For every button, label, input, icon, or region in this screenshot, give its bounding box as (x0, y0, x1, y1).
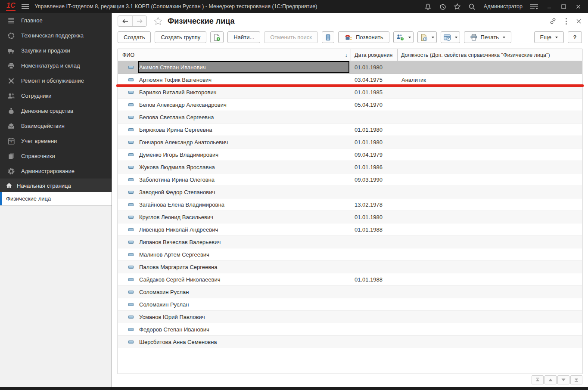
go-down-button[interactable] (557, 375, 569, 384)
main-menu-burger-icon[interactable] (20, 1, 31, 12)
people-add-icon (396, 34, 404, 41)
table-row[interactable]: Гончаров Александр Анатольевич01.01.1980 (118, 136, 582, 149)
sidebar-item-label: Ремонт и обслуживание (21, 77, 84, 84)
minimize-button[interactable] (542, 1, 555, 12)
page-header: Физические лица (112, 13, 588, 29)
sidebar-item-label: Сотрудники (21, 93, 51, 99)
forward-button[interactable] (132, 16, 146, 26)
more-dots-icon[interactable] (565, 18, 567, 25)
history-icon[interactable] (436, 1, 449, 12)
chevron-down-icon (408, 37, 411, 38)
table-row[interactable]: Думенко Игорь Владимирович09.04.1979 (118, 149, 582, 161)
person-name: Липанов Вячеслав Валерьевич (138, 236, 351, 248)
sidebar-item[interactable]: Взаимодействия (0, 118, 112, 133)
person-item-icon (128, 340, 134, 344)
people-add-dropdown-button[interactable] (393, 31, 414, 43)
sidebar-item[interactable]: Сотрудники (0, 88, 112, 103)
more-button[interactable]: Еще (534, 31, 564, 43)
close-window-button[interactable] (572, 1, 585, 12)
go-top-button[interactable] (532, 375, 544, 384)
current-user[interactable]: Администратор (484, 3, 523, 9)
birth-date: 01.01.1980 (351, 211, 398, 223)
birth-date: 01.01.1988 (351, 223, 398, 235)
maximize-button[interactable] (557, 1, 570, 12)
tab-home-page[interactable]: Начальная страница (0, 179, 112, 192)
tab-physical-persons[interactable]: Физические лица (0, 192, 112, 205)
warehouse-icon (7, 62, 15, 70)
table-row[interactable]: Усманов Юрий Павлович (118, 311, 582, 323)
document-history-dropdown-button[interactable] (417, 31, 437, 43)
table-row[interactable]: Загайнова Елена Владимировна13.02.1978 (118, 198, 582, 211)
person-item-icon (128, 116, 134, 119)
create-button[interactable]: Создать (118, 31, 151, 43)
table-row[interactable]: Соломахин Руслан (118, 286, 582, 298)
position (398, 236, 582, 248)
person-name: Думенко Игорь Владимирович (138, 149, 351, 161)
table-row[interactable]: Палова Маргарита Сергеевна (118, 261, 582, 273)
link-icon[interactable] (549, 17, 557, 25)
table-row[interactable]: Соломахин Руслан (118, 298, 582, 311)
list-settings-button[interactable] (322, 31, 334, 43)
sidebar-item-label: Учет времени (21, 138, 57, 144)
tab-label: Физические лица (6, 195, 51, 202)
new-document-button[interactable] (210, 31, 224, 43)
go-bottom-button[interactable] (570, 375, 582, 384)
sidebar-item[interactable]: Номенклатура и склад (0, 58, 112, 73)
table-row[interactable]: Круглов Леонид Васильевич01.01.1980 (118, 211, 582, 223)
table-row[interactable]: Жукова Людмила Ярославна01.01.1986 (118, 161, 582, 173)
person-name: Бирюкова Ирина Сергеевна (138, 124, 351, 136)
table-row[interactable]: Ливенцов Николай Андреевич01.01.1988 (118, 223, 582, 236)
table-row[interactable]: Федоров Степан Иванович (118, 323, 582, 336)
sidebar-item[interactable]: Техническая поддержка (0, 28, 112, 43)
birth-date: 01.01.1988 (351, 273, 398, 285)
find-button[interactable]: Найти... (227, 31, 260, 43)
position (398, 286, 582, 298)
printer-icon (470, 34, 478, 41)
table-row[interactable]: Барилко Виталий Викторович01.01.1985 (118, 86, 582, 99)
column-header-birthdate[interactable]: Дата рождения (351, 49, 398, 61)
sidebar-item[interactable]: 7Учет времени (0, 133, 112, 149)
favorite-star-icon[interactable] (153, 17, 163, 26)
position (398, 136, 582, 148)
table-row[interactable]: Заболотина Ирина Олеговна09.03.1990 (118, 173, 582, 186)
column-header-fio[interactable]: ФИО ↓ (118, 49, 351, 61)
sidebar-item[interactable]: Закупки и продажи (0, 43, 112, 58)
person-name: Артюмян Тофик Вазгенович (138, 74, 351, 86)
sidebar-menu: ГлавноеТехническая поддержкаЗакупки и пр… (0, 13, 112, 179)
sidebar-item[interactable]: Ремонт и обслуживание (0, 73, 112, 88)
table-row[interactable]: Шерсбитова Анна Семеновна (118, 336, 582, 348)
table-body: Акимов Степан Иванович01.01.1980Артюмян … (118, 61, 582, 348)
report-history-dropdown-button[interactable] (441, 31, 460, 43)
cancel-search-button[interactable]: Отменить поиск (264, 31, 318, 43)
notifications-bell-icon[interactable] (422, 1, 435, 12)
sidebar-item[interactable]: Денежные средства (0, 103, 112, 118)
table-row[interactable]: Липанов Вячеслав Валерьевич (118, 236, 582, 248)
person-name: Заводной Федор Степанович (138, 186, 351, 198)
sidebar-item[interactable]: Главное (0, 13, 112, 28)
home-icon (6, 182, 12, 189)
person-item-icon (128, 253, 134, 256)
sidebar-item[interactable]: Администрирование (0, 164, 112, 179)
help-button[interactable]: ? (568, 31, 582, 43)
table-row[interactable]: Малинов Артем Сергеевич (118, 248, 582, 261)
birth-date (351, 336, 398, 348)
repair-icon (7, 77, 15, 85)
close-form-button[interactable] (576, 18, 582, 25)
table-row[interactable]: Акимов Степан Иванович01.01.1980 (118, 61, 582, 74)
go-up-button[interactable] (544, 375, 557, 384)
call-button[interactable]: Позвонить (338, 31, 389, 43)
print-button[interactable]: Печать (464, 31, 512, 43)
table-row[interactable]: Белова Светлана Сергеевна (118, 111, 582, 124)
create-group-button[interactable]: Создать группу (155, 31, 206, 43)
back-button[interactable] (118, 16, 132, 26)
service-menu-icon[interactable] (528, 1, 541, 12)
sidebar-item[interactable]: Справочники (0, 149, 112, 164)
table-row[interactable]: Сайдаков Сергей Николаеевич01.01.1988 (118, 273, 582, 286)
favorites-star-icon[interactable] (451, 1, 464, 12)
search-icon[interactable] (466, 1, 479, 12)
column-header-position[interactable]: Должность (Доп. свойства справочника "Фи… (398, 49, 582, 61)
table-row[interactable]: Белов Александр Александрович05.04.1970 (118, 99, 582, 111)
table-row[interactable]: Бирюкова Ирина Сергеевна01.01.1980 (118, 124, 582, 136)
position (398, 61, 582, 73)
table-row[interactable]: Заводной Федор Степанович (118, 186, 582, 198)
